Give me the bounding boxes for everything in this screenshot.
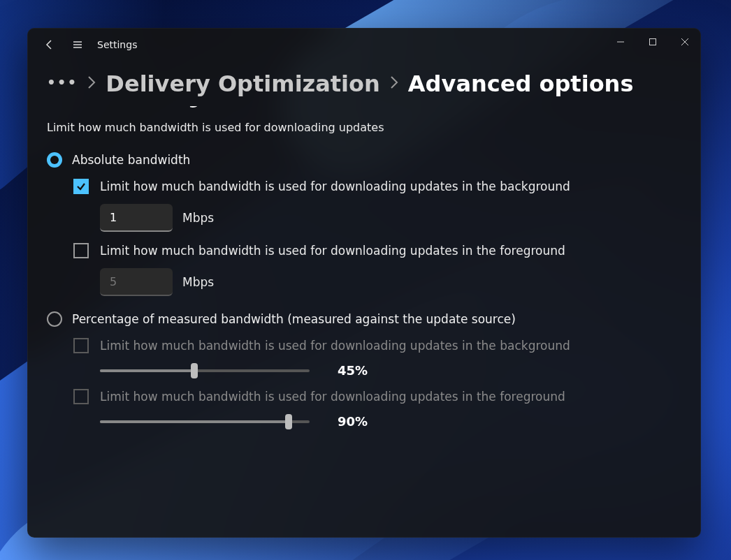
radio-percentage-bandwidth[interactable]: Percentage of measured bandwidth (measur…: [47, 311, 681, 327]
minimize-button[interactable]: [605, 28, 637, 56]
checkbox-label: Limit how much bandwidth is used for dow…: [100, 339, 570, 353]
bg-percent-value: 45%: [338, 363, 372, 378]
checkbox-icon: [73, 179, 89, 194]
fg-percent-value: 90%: [338, 414, 372, 429]
chevron-right-icon: [87, 75, 96, 93]
fg-bandwidth-input: [100, 268, 173, 296]
checkbox-label: Limit how much bandwidth is used for dow…: [100, 244, 565, 258]
section-title: Download settings: [47, 106, 681, 108]
bg-percent-slider: [100, 365, 310, 376]
checkbox-label: Limit how much bandwidth is used for dow…: [100, 390, 565, 404]
content-area: Download settings Limit how much bandwid…: [27, 106, 701, 538]
radio-label: Absolute bandwidth: [72, 153, 190, 167]
unit-label: Mbps: [182, 275, 214, 289]
checkbox-icon: [73, 338, 89, 353]
window-controls: [605, 28, 701, 56]
settings-window: Settings ••• Delivery Optimization Advan…: [27, 28, 701, 538]
radio-icon: [47, 152, 62, 168]
section-description: Limit how much bandwidth is used for dow…: [47, 121, 681, 134]
radio-absolute-bandwidth[interactable]: Absolute bandwidth: [47, 152, 681, 168]
hamburger-menu-icon[interactable]: [65, 32, 90, 57]
titlebar: Settings: [27, 28, 701, 61]
unit-label: Mbps: [182, 211, 214, 225]
radio-icon: [47, 311, 62, 327]
breadcrumb-overflow[interactable]: •••: [47, 74, 78, 94]
maximize-button[interactable]: [637, 28, 669, 56]
window-title: Settings: [97, 39, 137, 50]
checkbox-fg-limit-absolute[interactable]: Limit how much bandwidth is used for dow…: [73, 243, 681, 258]
breadcrumb: ••• Delivery Optimization Advanced optio…: [27, 61, 701, 106]
checkbox-bg-limit-percent: Limit how much bandwidth is used for dow…: [73, 338, 681, 353]
radio-label: Percentage of measured bandwidth (measur…: [72, 312, 516, 326]
breadcrumb-current: Advanced options: [408, 71, 634, 97]
chevron-right-icon: [390, 75, 398, 93]
checkbox-label: Limit how much bandwidth is used for dow…: [100, 179, 570, 193]
back-button[interactable]: [37, 32, 62, 57]
checkbox-bg-limit-absolute[interactable]: Limit how much bandwidth is used for dow…: [73, 179, 681, 194]
checkbox-icon: [73, 389, 89, 404]
close-button[interactable]: [669, 28, 701, 56]
checkbox-fg-limit-percent: Limit how much bandwidth is used for dow…: [73, 389, 681, 404]
bg-bandwidth-input[interactable]: [100, 204, 173, 232]
fg-percent-slider: [100, 416, 310, 427]
breadcrumb-parent[interactable]: Delivery Optimization: [106, 71, 379, 97]
checkbox-icon: [73, 243, 89, 258]
svg-rect-0: [650, 39, 656, 45]
